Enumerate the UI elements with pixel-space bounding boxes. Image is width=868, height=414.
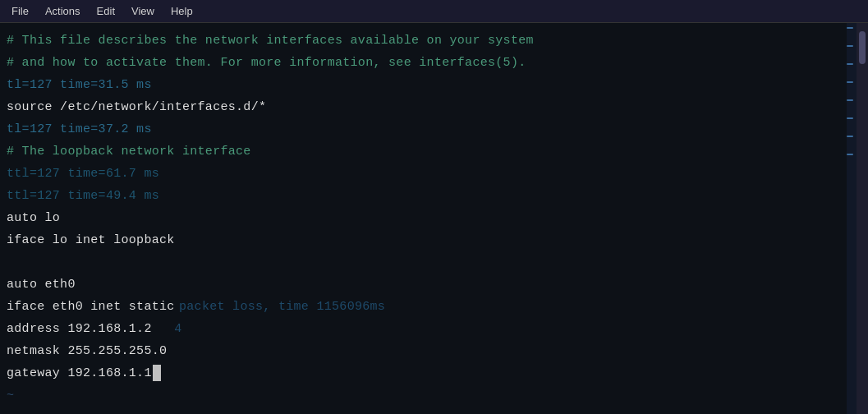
menu-help[interactable]: Help [163, 3, 201, 19]
line-netmask: netmask 255.255.255.0 [7, 340, 868, 362]
line-ping-3: ttl=127 time=61.7 ms [7, 163, 159, 185]
menu-actions[interactable]: Actions [37, 3, 89, 19]
menu-view[interactable]: View [123, 3, 163, 19]
line-gateway: gateway 192.168.1.1 [7, 362, 868, 384]
line-8-container: ttl=127 time=49.4 ms [7, 185, 868, 207]
line-ping-4: ttl=127 time=49.4 ms [7, 185, 159, 207]
indicator-6 [847, 117, 853, 119]
scrollbar[interactable] [857, 23, 868, 414]
line-2-comment: # and how to activate them. For more inf… [7, 52, 526, 74]
line-7-container: ttl=127 time=61.7 ms [7, 163, 868, 185]
line-auto-eth0: auto eth0 [7, 274, 868, 296]
menubar: File Actions Edit View Help [0, 0, 868, 23]
line-2-container: # and how to activate them. For more inf… [7, 52, 868, 74]
line-ping-2: tl=127 time=37.2 ms [7, 118, 868, 140]
line-source: source /etc/network/interfaces.d/* [7, 96, 868, 118]
line-iface-lo: iface lo inet loopback [7, 229, 868, 251]
indicator-1 [847, 27, 853, 29]
line-auto-lo: auto lo [7, 207, 868, 229]
indicator-5 [847, 99, 853, 101]
indicator-8 [847, 154, 853, 155]
line-blank-1 [7, 251, 868, 274]
menu-file[interactable]: File [3, 3, 37, 19]
indicator-2 [847, 45, 853, 47]
line-blank-2 [7, 407, 868, 414]
line-tilde: ~ [7, 384, 868, 407]
editor-container: # This file describes the network interf… [0, 23, 868, 414]
line-iface-eth0: iface eth0 inet static [7, 296, 175, 318]
right-indicators [847, 23, 857, 414]
line-loopback-comment: # The loopback network interface [7, 140, 868, 163]
indicator-3 [847, 63, 853, 65]
line-13-container: iface eth0 inet static packet loss, time… [7, 296, 868, 318]
line-1: # This file describes the network interf… [7, 30, 868, 52]
menu-edit[interactable]: Edit [89, 3, 123, 19]
line-ping-packet-loss: packet loss, time 1156096ms [179, 296, 385, 318]
indicator-7 [847, 136, 853, 137]
line-ping-addr-overlay: 4 [167, 318, 182, 340]
code-area[interactable]: # This file describes the network interf… [0, 23, 868, 414]
cursor [153, 365, 161, 381]
line-address: address 192.168.1.2 [7, 318, 152, 340]
line-14-container: address 192.168.1.2 4 [7, 318, 868, 340]
line-ping-1: tl=127 time=31.5 ms [7, 74, 868, 96]
scrollbar-thumb[interactable] [859, 31, 866, 64]
indicator-4 [847, 81, 853, 83]
